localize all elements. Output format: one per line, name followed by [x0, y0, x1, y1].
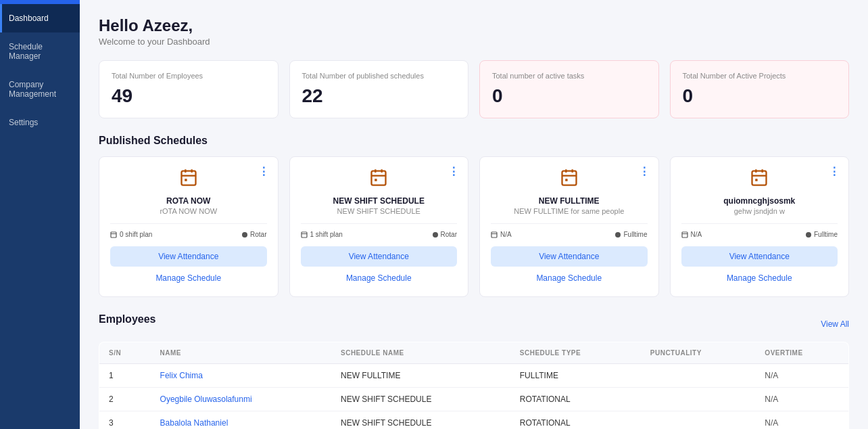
stat-value-schedules: 22	[302, 85, 456, 107]
view-all-link[interactable]: View All	[821, 319, 849, 329]
stat-card-projects: Total Number of Active Projects 0	[670, 60, 850, 118]
schedules-section-title: Published Schedules	[99, 135, 849, 147]
stat-label-schedules: Total Number of published schedules	[302, 72, 456, 80]
cell-schedule-type-0: FULLTIME	[510, 364, 641, 388]
schedule-card-3-name: quiomncghjsosmk	[681, 196, 838, 206]
schedule-card-2: ⋮ NEW FULLTIME NEW FULLTIME for same peo…	[479, 156, 659, 297]
view-attendance-btn-1[interactable]: View Attendance	[301, 246, 458, 267]
cell-sn-0: 1	[99, 364, 151, 388]
cell-name-0[interactable]: Felix Chima	[151, 364, 331, 388]
svg-rect-26	[682, 232, 688, 238]
table-row: 2 Oyegbile Oluwasolafunmi NEW SHIFT SCHE…	[99, 388, 849, 411]
schedule-card-0-subname: rOTA NOW NOW	[110, 207, 267, 215]
sidebar-item-schedule-manager[interactable]: Schedule Manager	[0, 32, 80, 70]
stats-row: Total Number of Employees 49 Total Numbe…	[99, 60, 849, 118]
schedule-card-2-name: NEW FULLTIME	[491, 196, 648, 206]
employees-section-title: Employees	[99, 313, 155, 325]
sidebar-item-dashboard[interactable]: Dashboard	[0, 4, 80, 32]
svg-rect-0	[181, 171, 195, 185]
cell-schedule-name-0: NEW FULLTIME	[331, 364, 510, 388]
col-schedule-name: SCHEDULE NAME	[331, 342, 510, 364]
manage-schedule-btn-0[interactable]: Manage Schedule	[110, 271, 267, 286]
svg-rect-11	[375, 179, 377, 181]
svg-rect-7	[372, 171, 386, 185]
type-3: Fulltime	[806, 231, 838, 238]
schedule-card-1-subname: NEW SHIFT SCHEDULE	[301, 207, 458, 215]
employees-table: S/N NAME SCHEDULE NAME SCHEDULE TYPE PUN…	[99, 342, 849, 429]
card-menu-3[interactable]: ⋮	[829, 165, 840, 178]
svg-rect-18	[565, 179, 568, 181]
svg-rect-4	[185, 179, 187, 181]
svg-rect-12	[302, 232, 307, 238]
stat-card-schedules: Total Number of published schedules 22	[289, 60, 469, 118]
cell-overtime-2: N/A	[755, 411, 848, 430]
cell-overtime-1: N/A	[755, 388, 848, 411]
svg-rect-5	[111, 232, 116, 238]
col-name: NAME	[151, 342, 331, 364]
cell-sn-2: 3	[99, 411, 151, 430]
svg-rect-21	[752, 171, 767, 185]
type-2: Fulltime	[615, 231, 647, 238]
stat-value-projects: 0	[683, 85, 837, 107]
schedule-card-1-meta: 1 shift plan Rotar	[301, 223, 458, 238]
cell-overtime-0: N/A	[755, 364, 848, 388]
col-overtime: OVERTIME	[755, 342, 848, 364]
card-menu-2[interactable]: ⋮	[639, 165, 650, 178]
card-menu-0[interactable]: ⋮	[258, 165, 270, 178]
schedule-card-2-meta: N/A Fulltime	[491, 223, 648, 238]
main-content: Hello Azeez, Welcome to your Dashboard T…	[80, 0, 868, 429]
type-1: Rotar	[433, 231, 457, 238]
view-attendance-btn-0[interactable]: View Attendance	[110, 246, 267, 267]
sidebar-item-settings[interactable]: Settings	[0, 108, 80, 137]
schedule-card-3: ⋮ quiomncghjsosmk gehw jsndjdn w N/A Ful…	[670, 156, 850, 297]
greeting-title: Hello Azeez,	[99, 16, 849, 35]
view-attendance-btn-2[interactable]: View Attendance	[491, 246, 648, 267]
shift-plan-3: N/A	[681, 231, 702, 238]
greeting-subtitle: Welcome to your Dashboard	[99, 37, 849, 47]
schedule-card-1: ⋮ NEW SHIFT SCHEDULE NEW SHIFT SCHEDULE …	[289, 156, 469, 297]
shift-plan-0: 0 shift plan	[110, 231, 152, 238]
stat-label-employees: Total Number of Employees	[112, 72, 266, 80]
stat-value-employees: 49	[112, 85, 266, 107]
type-0: Rotar	[242, 231, 266, 238]
stat-label-tasks: Total number of active tasks	[492, 72, 646, 80]
manage-schedule-btn-3[interactable]: Manage Schedule	[681, 271, 838, 286]
sidebar-item-company-management[interactable]: Company Management	[0, 70, 80, 108]
schedule-card-3-subname: gehw jsndjdn w	[681, 207, 838, 215]
calendar-icon-1	[301, 168, 458, 191]
view-attendance-btn-3[interactable]: View Attendance	[681, 246, 838, 267]
cell-punctuality-1	[641, 388, 756, 411]
sidebar: Dashboard Schedule Manager Company Manag…	[0, 0, 80, 429]
svg-rect-14	[562, 171, 576, 185]
stat-label-projects: Total Number of Active Projects	[683, 72, 837, 80]
cell-punctuality-2	[641, 411, 756, 430]
calendar-icon-0	[110, 168, 267, 191]
shift-plan-1: 1 shift plan	[301, 231, 343, 238]
stat-card-employees: Total Number of Employees 49	[99, 60, 279, 118]
cell-sn-1: 2	[99, 388, 151, 411]
card-menu-1[interactable]: ⋮	[448, 165, 460, 178]
cell-name-1[interactable]: Oyegbile Oluwasolafunmi	[151, 388, 331, 411]
stat-value-tasks: 0	[492, 85, 646, 107]
manage-schedule-btn-2[interactable]: Manage Schedule	[491, 271, 648, 286]
cell-schedule-name-2: NEW SHIFT SCHEDULE	[331, 411, 510, 430]
schedule-card-0: ⋮ ROTA NOW rOTA NOW NOW 0 shift plan Rot…	[99, 156, 279, 297]
cell-schedule-name-1: NEW SHIFT SCHEDULE	[331, 388, 510, 411]
schedule-card-3-meta: N/A Fulltime	[681, 223, 838, 238]
manage-schedule-btn-1[interactable]: Manage Schedule	[301, 271, 458, 286]
table-row: 1 Felix Chima NEW FULLTIME FULLTIME N/A	[99, 364, 849, 388]
schedule-card-1-name: NEW SHIFT SCHEDULE	[301, 196, 458, 206]
cell-schedule-type-1: ROTATIONAL	[510, 388, 641, 411]
col-sn: S/N	[99, 342, 151, 364]
schedule-card-2-subname: NEW FULLTIME for same people	[491, 207, 648, 215]
cell-punctuality-0	[641, 364, 756, 388]
stat-card-tasks: Total number of active tasks 0	[479, 60, 659, 118]
calendar-icon-3	[681, 168, 838, 191]
shift-plan-2: N/A	[491, 231, 512, 238]
schedules-row: ⋮ ROTA NOW rOTA NOW NOW 0 shift plan Rot…	[99, 156, 849, 297]
col-schedule-type: SCHEDULE TYPE	[510, 342, 641, 364]
cell-name-2[interactable]: Babalola Nathaniel	[151, 411, 331, 430]
svg-rect-25	[755, 179, 758, 181]
table-row: 3 Babalola Nathaniel NEW SHIFT SCHEDULE …	[99, 411, 849, 430]
svg-rect-19	[491, 232, 497, 238]
